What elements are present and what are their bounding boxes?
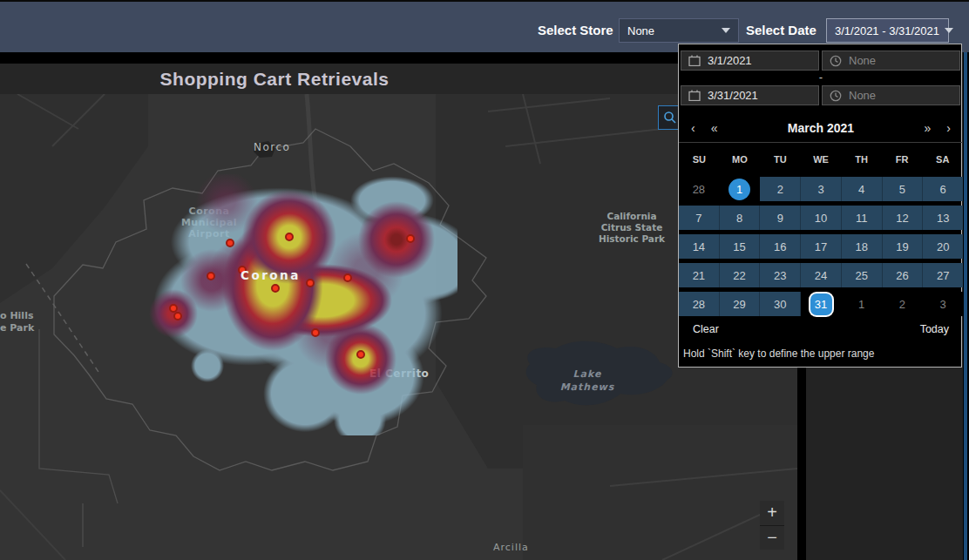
select-store-label: Select Store xyxy=(538,23,613,37)
calendar-day[interactable]: 24 xyxy=(801,263,842,287)
end-time-value: None xyxy=(849,89,876,102)
cart-point-marker[interactable] xyxy=(311,328,320,337)
calendar-day[interactable]: 26 xyxy=(883,263,924,287)
clock-icon xyxy=(830,90,842,102)
calendar-day[interactable]: 6 xyxy=(923,177,963,201)
start-time-input[interactable]: None xyxy=(822,51,960,71)
today-button[interactable]: Today xyxy=(920,323,949,335)
cart-point-marker[interactable] xyxy=(343,273,352,282)
date-dropdown[interactable]: 3/1/2021 - 3/31/2021 xyxy=(826,18,949,43)
start-date-input[interactable]: 3/1/2021 xyxy=(681,51,819,71)
prev-year-button[interactable]: « xyxy=(706,121,723,135)
calendar-day[interactable]: 27 xyxy=(923,263,963,287)
weekday-label: SU xyxy=(679,144,720,175)
zoom-out-button[interactable]: − xyxy=(760,525,784,550)
calendar-day-number: 4 xyxy=(858,183,864,196)
calendar-day[interactable]: 19 xyxy=(883,234,924,259)
calendar-day[interactable]: 8 xyxy=(720,206,761,230)
shift-key-hint: Hold `Shift` key to define the upper ran… xyxy=(683,347,874,360)
calendar-day[interactable]: 29 xyxy=(720,292,761,316)
month-title: March 2021 xyxy=(722,121,918,135)
end-date-input[interactable]: 3/31/2021 xyxy=(681,85,819,105)
calendar-day[interactable]: 17 xyxy=(801,234,842,259)
calendar-week-row: 28123456 xyxy=(679,177,963,201)
cart-point-marker[interactable] xyxy=(285,233,294,241)
calendar-day[interactable]: 28 xyxy=(679,177,720,201)
end-time-input[interactable]: None xyxy=(822,85,960,105)
calendar-day[interactable]: 4 xyxy=(842,177,883,201)
calendar-day[interactable]: 2 xyxy=(883,292,924,316)
calendar-day[interactable]: 23 xyxy=(760,263,801,287)
calendar-day[interactable]: 25 xyxy=(842,263,883,287)
calendar-day[interactable]: 13 xyxy=(923,206,963,230)
cart-point-marker[interactable] xyxy=(271,284,280,293)
chevron-down-icon xyxy=(722,28,730,33)
next-month-button[interactable]: › xyxy=(941,121,956,135)
calendar-day-number: 20 xyxy=(937,240,949,253)
calendar-day-number: 3 xyxy=(817,183,823,196)
calendar-day-number: 7 xyxy=(695,212,701,225)
calendar-day[interactable]: 31 xyxy=(801,292,842,316)
cart-point-marker[interactable] xyxy=(356,350,365,359)
cart-point-marker[interactable] xyxy=(207,272,215,280)
calendar-day-number: 25 xyxy=(856,269,868,282)
store-dropdown[interactable]: None xyxy=(619,18,739,43)
calendar-day[interactable]: 7 xyxy=(679,206,720,230)
date-range-picker-popup: 3/1/2021 None - 3/31/2021 None xyxy=(678,44,962,368)
calendar-day[interactable]: 5 xyxy=(883,177,924,201)
calendar-footer: Clear Today xyxy=(679,320,963,342)
select-date-label: Select Date xyxy=(746,23,817,37)
calendar-day-number: 2 xyxy=(899,298,905,311)
calendar-day-number: 1 xyxy=(728,179,750,200)
calendar-day[interactable]: 12 xyxy=(883,206,924,230)
prev-month-button[interactable]: ‹ xyxy=(686,121,701,135)
calendar-day[interactable]: 1 xyxy=(720,177,761,201)
calendar-day[interactable]: 18 xyxy=(842,234,883,259)
clock-icon xyxy=(830,55,842,67)
zoom-in-button[interactable]: + xyxy=(760,501,784,525)
calendar-day[interactable]: 21 xyxy=(679,263,720,287)
calendar-day[interactable]: 14 xyxy=(679,234,720,259)
cart-point-marker[interactable] xyxy=(306,279,315,287)
next-year-button[interactable]: » xyxy=(919,121,937,135)
calendar-day[interactable]: 28 xyxy=(679,292,720,316)
calendar-day[interactable]: 16 xyxy=(760,234,801,259)
date-dropdown-value: 3/1/2021 - 3/31/2021 xyxy=(835,24,939,37)
calendar-week-row: 14151617181920 xyxy=(679,234,963,259)
weekday-label: MO xyxy=(720,144,761,175)
calendar-day[interactable]: 3 xyxy=(801,177,842,201)
app-window: Norco Corona Municipal Airport Californi… xyxy=(0,0,969,560)
calendar-day-number: 14 xyxy=(693,240,705,253)
calendar-day[interactable]: 3 xyxy=(923,292,963,316)
calendar-day-number: 11 xyxy=(856,212,868,225)
calendar-day-number: 6 xyxy=(940,183,946,196)
calendar-day-number: 1 xyxy=(858,298,864,311)
calendar-day-number: 2 xyxy=(777,183,783,196)
cart-point-marker[interactable] xyxy=(173,312,182,320)
calendar-day-number: 8 xyxy=(736,212,742,225)
calendar-day-number: 19 xyxy=(896,240,908,253)
calendar-day-number: 30 xyxy=(774,298,786,311)
calendar-day[interactable]: 1 xyxy=(842,292,883,316)
page-title: Shopping Cart Retrievals xyxy=(160,69,390,90)
calendar-day[interactable]: 22 xyxy=(720,263,761,287)
calendar-day-number: 28 xyxy=(693,298,705,311)
calendar-day[interactable]: 20 xyxy=(923,234,963,259)
clear-button[interactable]: Clear xyxy=(693,323,719,335)
calendar-day[interactable]: 9 xyxy=(760,206,801,230)
calendar-day-number: 18 xyxy=(856,240,868,253)
weekday-label: TU xyxy=(760,144,801,175)
calendar-day-number: 9 xyxy=(777,212,783,225)
calendar-day[interactable]: 11 xyxy=(842,206,883,230)
start-date-value: 3/1/2021 xyxy=(708,54,752,67)
store-dropdown-value: None xyxy=(627,24,716,37)
calendar-day[interactable]: 30 xyxy=(760,292,801,316)
calendar-day[interactable]: 10 xyxy=(801,206,842,230)
start-time-value: None xyxy=(849,54,876,67)
cart-point-marker[interactable] xyxy=(226,239,234,247)
calendar-day[interactable]: 2 xyxy=(760,177,801,201)
calendar-day-number: 16 xyxy=(774,240,786,253)
calendar-day-number: 3 xyxy=(940,298,946,311)
calendar-day[interactable]: 15 xyxy=(720,234,761,259)
cart-point-marker[interactable] xyxy=(406,234,415,243)
